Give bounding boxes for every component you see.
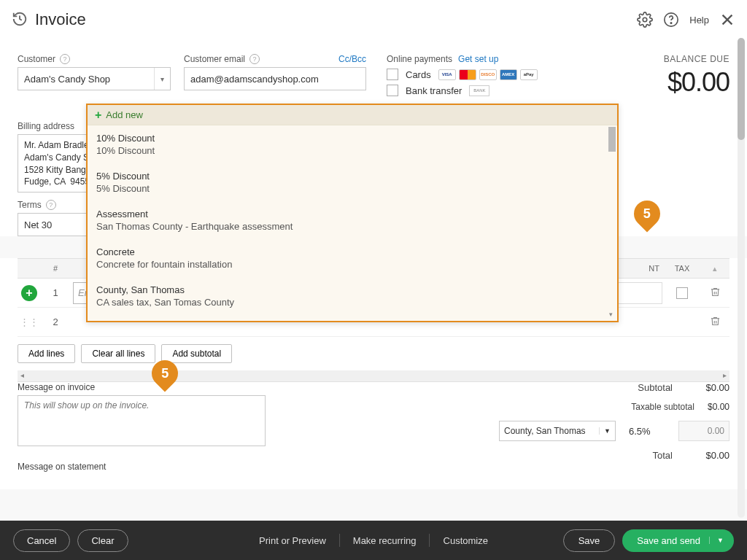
chevron-down-icon: ▼ (599, 427, 611, 435)
scrollbar-thumb[interactable] (738, 38, 745, 140)
message-invoice-input[interactable] (18, 395, 266, 446)
close-icon[interactable] (719, 12, 735, 28)
clear-button[interactable]: Clear (77, 529, 128, 552)
customer-select[interactable]: Adam's Candy Shop ▾ (18, 67, 171, 90)
tax-percent: 6.5% (629, 426, 665, 437)
total-label: Total (653, 450, 673, 461)
discover-icon: DISCO (479, 69, 497, 80)
save-and-send-button[interactable]: Save and send ▼ (622, 529, 734, 552)
add-lines-button[interactable]: Add lines (18, 344, 75, 363)
make-recurring-button[interactable]: Make recurring (340, 535, 430, 546)
drag-handle-icon[interactable]: ⋮⋮ (18, 316, 41, 327)
product-dropdown: + Add new 10% Discount10% Discount 5% Di… (86, 104, 619, 322)
card-badges: VISA DISCO AMEX aPay (438, 69, 538, 80)
get-setup-link[interactable]: Get set up (458, 54, 498, 64)
applepay-icon: aPay (520, 69, 538, 80)
bank-label: Bank transfer (406, 85, 462, 96)
help-icon[interactable] (663, 12, 679, 28)
terms-label: Terms (18, 200, 42, 210)
ccbcc-link[interactable]: Cc/Bcc (338, 54, 366, 64)
add-subtotal-button[interactable]: Add subtotal (161, 344, 232, 363)
dropdown-item[interactable]: 10% Discount10% Discount (88, 125, 617, 163)
cards-checkbox[interactable] (387, 69, 398, 80)
info-icon[interactable]: ? (249, 54, 260, 64)
info-icon[interactable]: ? (46, 200, 56, 210)
email-label: Customer email (184, 54, 245, 64)
add-new-option[interactable]: + Add new (88, 105, 617, 125)
print-preview-button[interactable]: Print or Preview (246, 535, 339, 546)
message-statement-label: Message on statement (18, 462, 266, 472)
online-payments-label: Online payments (387, 54, 452, 64)
save-button[interactable]: Save (563, 529, 616, 552)
clear-lines-button[interactable]: Clear all lines (81, 344, 155, 363)
subtotal-value: $0.00 (686, 382, 729, 393)
tax-checkbox[interactable] (676, 287, 688, 299)
customize-button[interactable]: Customize (430, 535, 501, 546)
trash-icon[interactable] (710, 318, 721, 329)
history-icon[interactable] (12, 11, 28, 29)
dropdown-scrollbar[interactable]: ▾ (608, 127, 616, 316)
dropdown-item[interactable]: AssessmentSan Thomas County - Earthquake… (88, 201, 617, 239)
footer-bar: Cancel Clear Print or Preview Make recur… (0, 521, 747, 560)
add-line-icon[interactable]: + (21, 285, 37, 301)
svg-point-0 (643, 18, 648, 22)
chevron-down-icon: ▼ (709, 537, 724, 544)
subtotal-label: Subtotal (638, 382, 673, 393)
mastercard-icon (459, 69, 476, 80)
trash-icon[interactable] (710, 289, 721, 300)
dropdown-item[interactable]: 5% Discount5% Discount (88, 163, 617, 201)
dropdown-item[interactable]: ConcreteConcrete for fountain installati… (88, 239, 617, 277)
balance-amount: $0.00 (664, 67, 729, 98)
cards-label: Cards (406, 69, 431, 80)
bank-checkbox[interactable] (387, 85, 398, 96)
help-label[interactable]: Help (689, 15, 709, 26)
customer-label: Customer (18, 54, 55, 64)
email-input[interactable] (184, 67, 366, 90)
dropdown-item[interactable]: County, San ThomasCA sales tax, San Toma… (88, 277, 617, 315)
gear-icon[interactable] (637, 12, 653, 28)
total-value: $0.00 (686, 450, 729, 461)
balance-label: BALANCE DUE (664, 54, 729, 64)
message-invoice-label: Message on invoice (18, 382, 266, 392)
tax-amount-input[interactable]: 0.00 (678, 421, 729, 441)
taxable-subtotal-label: Taxable subtotal (631, 402, 694, 412)
billing-label: Billing address (18, 121, 74, 131)
cancel-button[interactable]: Cancel (13, 529, 70, 552)
tax-region-select[interactable]: County, San Thomas ▼ (499, 421, 616, 441)
bank-icon: BANK (469, 85, 489, 96)
page-title: Invoice (35, 10, 86, 29)
info-icon[interactable]: ? (60, 54, 70, 64)
plus-icon: + (95, 109, 101, 122)
chevron-down-icon: ▾ (154, 68, 164, 90)
amex-icon: AMEX (500, 69, 517, 80)
visa-icon: VISA (438, 69, 456, 80)
svg-point-2 (671, 23, 672, 23)
taxable-subtotal-value: $0.00 (708, 402, 729, 412)
horizontal-scrollbar[interactable]: ◂▸ (18, 370, 729, 382)
